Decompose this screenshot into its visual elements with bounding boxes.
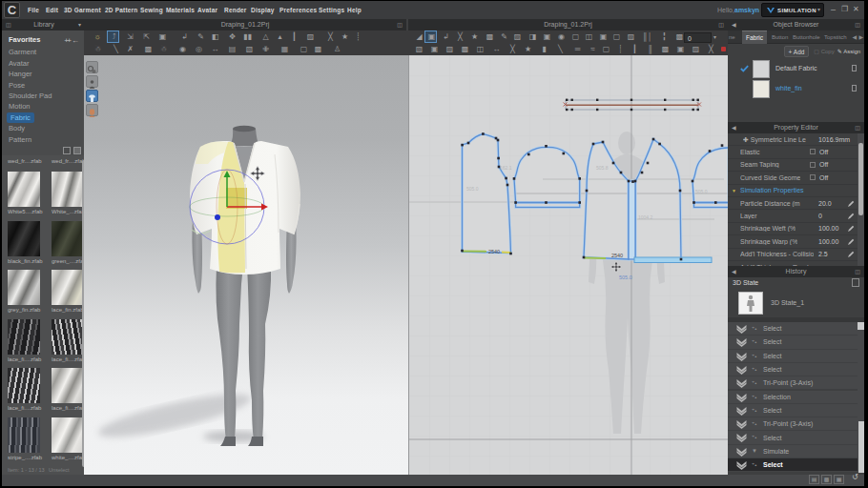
svg-text:2540: 2540 (611, 253, 623, 258)
svg-text:505.8: 505.8 (596, 165, 609, 171)
svg-text:162.1: 162.1 (500, 165, 512, 171)
svg-text:1004.2: 1004.2 (638, 214, 653, 220)
svg-text:505.0: 505.0 (466, 186, 479, 192)
svg-text:2540: 2540 (488, 249, 500, 254)
svg-text:505.0: 505.0 (695, 189, 708, 194)
svg-text:505.0: 505.0 (619, 274, 632, 280)
